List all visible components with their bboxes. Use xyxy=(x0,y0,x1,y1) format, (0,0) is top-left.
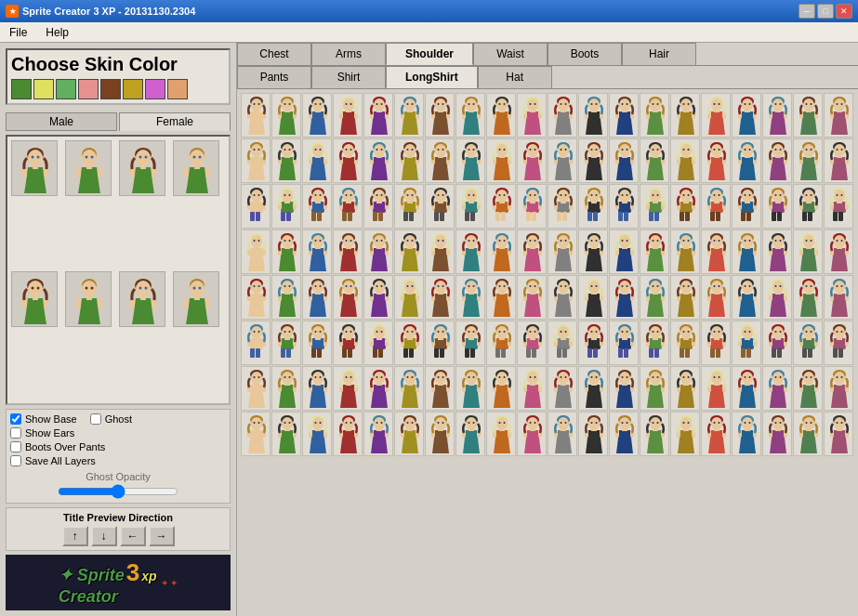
sprite-preview-0[interactable] xyxy=(11,140,58,196)
maximize-button[interactable]: □ xyxy=(817,4,834,19)
tab-female[interactable]: Female xyxy=(119,112,231,131)
ghost-checkbox[interactable] xyxy=(90,413,101,425)
swatch-0[interactable] xyxy=(11,79,32,99)
sprite-cell[interactable] xyxy=(363,184,393,229)
sprite-cell[interactable] xyxy=(793,321,823,365)
sprite-cell[interactable] xyxy=(732,275,761,320)
sprite-cell[interactable] xyxy=(394,366,424,411)
tab-chest[interactable]: Chest xyxy=(237,43,311,65)
tab-longshirt[interactable]: LongShirt xyxy=(386,66,478,88)
sprite-cell[interactable] xyxy=(548,366,577,411)
sprite-cell[interactable] xyxy=(333,138,363,183)
sprite-cell[interactable] xyxy=(363,93,393,138)
sprite-cell[interactable] xyxy=(578,366,608,411)
sprite-cell[interactable] xyxy=(271,138,301,183)
sprite-cell[interactable] xyxy=(793,229,823,274)
sprite-cell[interactable] xyxy=(609,184,639,229)
sprite-cell[interactable] xyxy=(732,138,761,183)
sprite-cell[interactable] xyxy=(271,412,301,456)
sprite-cell[interactable] xyxy=(302,412,332,456)
sprite-cell[interactable] xyxy=(363,366,393,411)
sprite-cell[interactable] xyxy=(241,184,271,229)
sprite-cell[interactable] xyxy=(548,184,577,229)
sprite-cell[interactable] xyxy=(578,229,608,274)
sprite-cell[interactable] xyxy=(455,275,485,320)
sprite-cell[interactable] xyxy=(425,412,455,456)
sprite-cell[interactable] xyxy=(241,321,271,365)
tab-waist[interactable]: Waist xyxy=(473,43,548,65)
sprite-cell[interactable] xyxy=(701,93,731,138)
sprite-cell[interactable] xyxy=(486,138,516,183)
sprite-cell[interactable] xyxy=(271,184,301,229)
sprite-cell[interactable] xyxy=(701,275,731,320)
sprite-cell[interactable] xyxy=(762,321,792,365)
sprite-cell[interactable] xyxy=(486,229,516,274)
sprite-cell[interactable] xyxy=(425,138,455,183)
sprite-cell[interactable] xyxy=(486,412,516,456)
sprite-cell[interactable] xyxy=(670,366,700,411)
sprite-preview-3[interactable] xyxy=(173,140,219,196)
sprite-cell[interactable] xyxy=(333,412,363,456)
sprite-cell[interactable] xyxy=(609,229,639,274)
boots-over-pants-checkbox[interactable] xyxy=(10,441,21,452)
sprite-cell[interactable] xyxy=(732,93,761,138)
menu-file[interactable]: File xyxy=(6,25,31,40)
sprite-cell[interactable] xyxy=(701,412,731,456)
sprite-cell[interactable] xyxy=(701,184,731,229)
gender-tabs[interactable]: Male Female xyxy=(6,112,231,131)
sprite-cell[interactable] xyxy=(302,321,332,365)
sprite-cell[interactable] xyxy=(793,138,823,183)
sprite-cell[interactable] xyxy=(517,93,547,138)
sprite-cell[interactable] xyxy=(517,366,547,411)
sprite-cell[interactable] xyxy=(548,321,577,365)
sprite-cell[interactable] xyxy=(701,321,731,365)
sprite-cell[interactable] xyxy=(302,93,332,138)
tab-male[interactable]: Male xyxy=(6,112,117,131)
tab-arms[interactable]: Arms xyxy=(311,43,386,65)
sprite-cell[interactable] xyxy=(578,275,608,320)
dir-down-button[interactable]: ↓ xyxy=(91,526,117,546)
sprite-cell[interactable] xyxy=(241,366,271,411)
menu-help[interactable]: Help xyxy=(42,25,73,40)
swatch-3[interactable] xyxy=(78,79,99,99)
sprite-grid-area[interactable] xyxy=(237,89,858,616)
sprite-cell[interactable] xyxy=(333,275,363,320)
sprite-cell[interactable] xyxy=(824,275,853,320)
sprite-cell[interactable] xyxy=(455,93,485,138)
sprite-cell[interactable] xyxy=(425,184,455,229)
sprite-cell[interactable] xyxy=(824,184,853,229)
direction-buttons[interactable]: ↑ ↓ ← → xyxy=(62,526,175,546)
sprite-cell[interactable] xyxy=(455,184,485,229)
sprite-cell[interactable] xyxy=(486,275,516,320)
sprite-cell[interactable] xyxy=(241,275,271,320)
sprite-cell[interactable] xyxy=(609,93,639,138)
sprite-cell[interactable] xyxy=(333,321,363,365)
sprite-cell[interactable] xyxy=(732,229,761,274)
sprite-cell[interactable] xyxy=(793,93,823,138)
swatch-4[interactable] xyxy=(100,79,121,99)
dir-right-button[interactable]: → xyxy=(149,526,175,546)
sprite-cell[interactable] xyxy=(517,412,547,456)
sprite-cell[interactable] xyxy=(640,229,669,274)
sprite-cell[interactable] xyxy=(363,412,393,456)
show-base-checkbox[interactable] xyxy=(10,413,21,425)
sprite-cell[interactable] xyxy=(793,412,823,456)
sprite-cell[interactable] xyxy=(363,275,393,320)
sprite-cell[interactable] xyxy=(670,184,700,229)
sprite-cell[interactable] xyxy=(425,93,455,138)
sprite-cell[interactable] xyxy=(578,93,608,138)
sprite-cell[interactable] xyxy=(670,138,700,183)
sprite-cell[interactable] xyxy=(670,229,700,274)
sprite-cell[interactable] xyxy=(333,184,363,229)
sprite-cell[interactable] xyxy=(732,366,761,411)
swatch-2[interactable] xyxy=(56,79,76,99)
sprite-cell[interactable] xyxy=(762,412,792,456)
sprite-cell[interactable] xyxy=(302,138,332,183)
sprite-cell[interactable] xyxy=(640,321,669,365)
sprite-cell[interactable] xyxy=(762,366,792,411)
sprite-cell[interactable] xyxy=(824,321,853,365)
sprite-cell[interactable] xyxy=(241,93,271,138)
sprite-cell[interactable] xyxy=(455,321,485,365)
sprite-cell[interactable] xyxy=(517,138,547,183)
swatch-7[interactable] xyxy=(167,79,188,99)
